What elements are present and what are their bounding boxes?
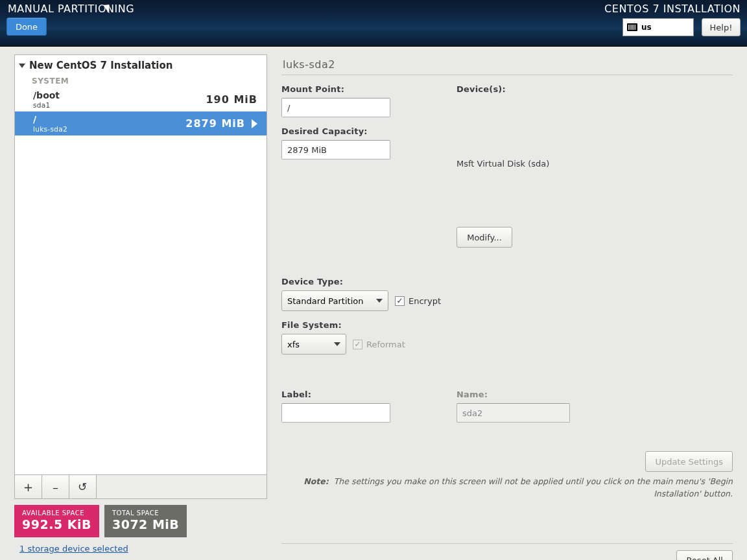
add-partition-button[interactable]: +	[15, 475, 42, 498]
mount-point-field-label: Mount Point:	[281, 84, 456, 94]
mount-point-label: /	[33, 114, 67, 124]
partition-row-root[interactable]: / luks-sda2 2879 MiB	[15, 111, 267, 135]
dropdown-icon	[376, 299, 383, 303]
total-space-value: 3072 MiB	[112, 517, 179, 531]
reset-all-button[interactable]: Reset All	[676, 550, 733, 561]
reformat-checkbox: ✓ Reformat	[353, 340, 405, 349]
name-field-label: Name:	[456, 390, 733, 399]
modify-device-button[interactable]: Modify...	[456, 227, 512, 248]
keyboard-layout-selector[interactable]: us	[622, 18, 694, 36]
name-input	[456, 403, 570, 423]
topbar: MANUAL PARTITIONING Done CENTOS 7 INSTAL…	[0, 0, 747, 47]
chevron-right-icon	[252, 119, 257, 128]
space-summary: AVAILABLE SPACE 992.5 KiB TOTAL SPACE 30…	[14, 505, 267, 537]
storage-devices-link[interactable]: 1 storage device selected	[19, 544, 267, 554]
file-system-field-label: File System:	[281, 320, 733, 330]
installer-title: CENTOS 7 INSTALLATION	[604, 3, 741, 15]
total-space-label: TOTAL SPACE	[112, 509, 179, 517]
checkbox-icon: ✓	[395, 296, 405, 306]
content: New CentOS 7 Installation SYSTEM /boot s…	[0, 47, 747, 560]
size-label: 190 MiB	[206, 93, 257, 106]
disclosure-icon	[19, 64, 25, 68]
available-space-card: AVAILABLE SPACE 992.5 KiB	[14, 505, 99, 537]
label-input[interactable]	[281, 403, 390, 423]
partition-toolbar: + – ↻	[14, 474, 267, 499]
desired-capacity-field-label: Desired Capacity:	[281, 126, 456, 136]
device-type-value: Standard Partition	[287, 296, 363, 306]
checkbox-icon: ✓	[353, 340, 362, 349]
available-space-label: AVAILABLE SPACE	[22, 509, 91, 517]
reformat-label: Reformat	[366, 340, 405, 349]
dropdown-icon	[334, 342, 340, 346]
available-space-value: 992.5 KiB	[22, 517, 91, 531]
device-type-field-label: Device Type:	[281, 277, 733, 286]
encrypt-label: Encrypt	[409, 296, 441, 306]
pane-title: luks-sda2	[281, 54, 733, 75]
right-pane: luks-sda2 Mount Point: Device(s): Desire…	[281, 54, 733, 554]
file-system-select[interactable]: xfs	[281, 334, 346, 355]
keyboard-layout-label: us	[641, 23, 652, 32]
device-label: sda1	[33, 101, 60, 109]
device-string: Msft Virtual Disk (sda)	[456, 159, 733, 169]
install-header-label: New CentOS 7 Installation	[29, 60, 172, 71]
desired-capacity-input[interactable]	[281, 140, 390, 159]
partition-tree: New CentOS 7 Installation SYSTEM /boot s…	[14, 54, 267, 475]
total-space-card: TOTAL SPACE 3072 MiB	[104, 505, 187, 537]
page-title: MANUAL PARTITIONING	[6, 3, 134, 15]
settings-note: Note: The settings you make on this scre…	[281, 476, 733, 500]
category-system: SYSTEM	[15, 75, 267, 88]
partition-row-boot[interactable]: /boot sda1 190 MiB	[15, 88, 267, 111]
size-label: 2879 MiB	[185, 117, 245, 130]
keyboard-icon	[627, 23, 637, 31]
mount-point-label: /boot	[33, 90, 60, 100]
encrypt-checkbox[interactable]: ✓ Encrypt	[395, 296, 441, 306]
left-pane: New CentOS 7 Installation SYSTEM /boot s…	[14, 54, 267, 554]
install-header[interactable]: New CentOS 7 Installation	[15, 55, 267, 75]
label-field-label: Label:	[281, 390, 456, 399]
file-system-value: xfs	[287, 340, 300, 349]
update-settings-button[interactable]: Update Settings	[645, 451, 733, 472]
device-type-select[interactable]: Standard Partition	[281, 290, 388, 311]
help-button[interactable]: Help!	[702, 18, 741, 36]
mount-point-input[interactable]	[281, 98, 390, 117]
done-button[interactable]: Done	[6, 18, 47, 36]
remove-partition-button[interactable]: –	[42, 475, 69, 498]
devices-field-label: Device(s):	[456, 84, 733, 94]
reload-button[interactable]: ↻	[69, 475, 97, 498]
device-label: luks-sda2	[33, 125, 67, 133]
reload-icon: ↻	[78, 480, 87, 493]
